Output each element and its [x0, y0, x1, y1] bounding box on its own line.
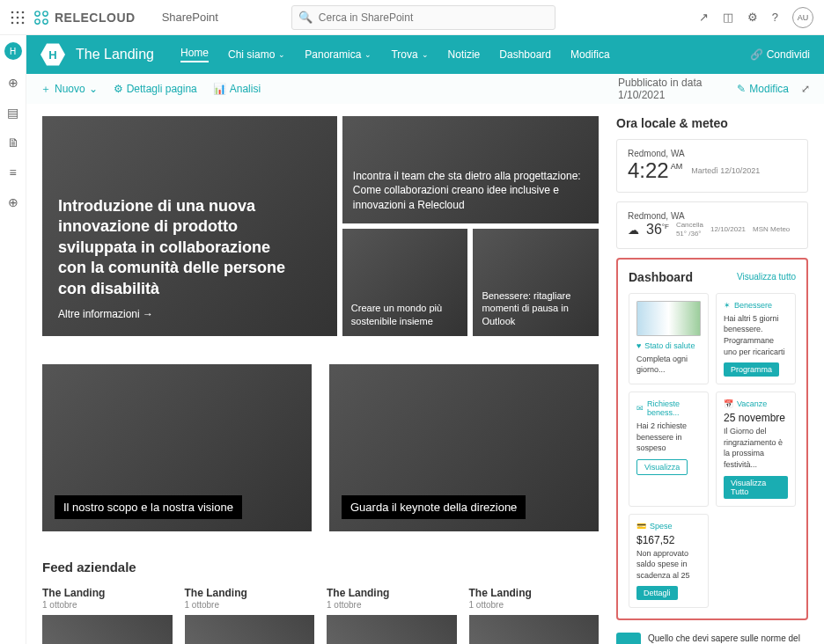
expand-icon[interactable]: ⤢	[801, 83, 810, 95]
feature-card-vision[interactable]: Il nostro scopo e la nostra visione	[42, 364, 312, 531]
rail-add-icon[interactable]: ⊕	[8, 195, 18, 209]
nav-about[interactable]: Chi siamo⌄	[228, 47, 285, 62]
feed-heading: Feed aziendale	[42, 560, 599, 574]
nav-overview[interactable]: Panoramica⌄	[305, 47, 372, 62]
rail-home-icon[interactable]: H	[4, 42, 22, 60]
cmd-edit[interactable]: ✎ Modifica	[737, 83, 789, 95]
info-illustration-icon	[616, 633, 641, 644]
weather-card: Redmond, WA ☁ 36°F Cancella 51° /36° 12/…	[616, 201, 808, 249]
feed-card[interactable]: The Landing1 ottobre	[42, 587, 173, 644]
chevron-down-icon: ⌄	[364, 50, 372, 59]
svg-point-2	[22, 11, 25, 13]
time-card: Redmond, WA 4:22AM Martedì 12/10/2021	[616, 139, 808, 193]
details-button[interactable]: Dettagli	[636, 586, 678, 600]
calendar-icon: 📅	[724, 399, 733, 408]
user-avatar[interactable]: AU	[792, 7, 813, 28]
badge-icon: ✶	[724, 301, 731, 310]
brand-logo: RELECLOUD	[33, 10, 136, 26]
svg-point-10	[43, 11, 48, 15]
share-button[interactable]: 🔗 Condividi	[750, 48, 810, 61]
rail-file-icon[interactable]: 🗎	[7, 135, 19, 150]
svg-point-9	[35, 11, 40, 15]
feed-card[interactable]: The Landing1 ottobre	[185, 587, 315, 644]
weather-heading: Ora locale & meteo	[616, 116, 808, 130]
svg-point-12	[43, 18, 48, 23]
cmd-page-details[interactable]: ⚙ Dettagli pagina	[114, 83, 197, 95]
chevron-down-icon: ⌄	[278, 50, 285, 59]
feed-card[interactable]: The Landing1 ottobre	[327, 587, 457, 644]
svg-point-11	[35, 18, 40, 23]
dash-card-requests[interactable]: ✉Richieste beness... Hai 2 richieste ben…	[629, 392, 709, 506]
site-title: The Landing	[76, 47, 154, 62]
dashboard-viewall-link[interactable]: Visualizza tutto	[737, 272, 796, 282]
svg-point-7	[17, 21, 19, 24]
nav-dashboard[interactable]: Dashboard	[499, 47, 551, 62]
feed-card[interactable]: The Landing1 ottobre	[469, 587, 600, 644]
hero-more-link[interactable]: Altre informazioni →	[58, 308, 321, 320]
nav-edit[interactable]: Modifica	[570, 47, 610, 62]
published-date: Pubblicato in data 1/10/2021	[618, 77, 725, 101]
svg-point-8	[22, 21, 25, 24]
nav-home[interactable]: Home	[180, 47, 209, 62]
credit-card-icon: 💳	[636, 522, 646, 531]
svg-point-5	[22, 16, 25, 18]
covid-banner[interactable]: Quello che devi sapere sulle norme del p…	[616, 633, 808, 644]
hero-small-card-1[interactable]: Creare un mondo più sostenibile insieme	[342, 229, 468, 336]
rail-globe-icon[interactable]: ⊕	[8, 76, 18, 90]
share-icon[interactable]: ↗	[699, 11, 709, 24]
dashboard-widget: Dashboard Visualizza tutto ♥Stato di sal…	[616, 258, 808, 621]
rail-list-icon[interactable]: ≡	[9, 165, 16, 179]
schedule-button[interactable]: Programma	[724, 362, 779, 377]
help-icon[interactable]: ?	[772, 11, 778, 24]
dash-card-vacation[interactable]: 📅Vacanze 25 novembre Il Giorno del ringr…	[716, 392, 796, 506]
hero-small-card-2[interactable]: Benessere: ritagliare momenti di pausa i…	[473, 229, 599, 336]
view-button[interactable]: Visualizza	[636, 459, 688, 475]
rail-news-icon[interactable]: ▤	[7, 106, 18, 120]
app-name: SharePoint	[162, 11, 218, 24]
mail-icon: ✉	[636, 404, 644, 413]
hero-wide-card[interactable]: Incontra il team che sta dietro alla pro…	[342, 116, 599, 223]
app-launcher-icon[interactable]	[11, 11, 25, 25]
hero-main-card[interactable]: Introduzione di una nuova innovazione di…	[42, 116, 337, 336]
svg-point-4	[17, 16, 19, 18]
dashboard-title: Dashboard	[629, 270, 693, 284]
svg-point-0	[11, 11, 14, 13]
feature-card-keynote[interactable]: Guarda il keynote della direzione	[329, 364, 599, 531]
search-input[interactable]	[291, 5, 555, 30]
dash-card-health[interactable]: ♥Stato di salute Completa ogni giorno...	[629, 293, 709, 384]
dash-card-expenses[interactable]: 💳Spese $167,52 Non approvato saldo spese…	[629, 514, 709, 609]
hero-main-title: Introduzione di una nuova innovazione di…	[58, 196, 295, 299]
dash-card-wellness[interactable]: ✶Benessere Hai altri 5 giorni benessere.…	[716, 293, 796, 384]
megaphone-icon[interactable]: ◫	[723, 11, 733, 24]
heart-icon: ♥	[636, 341, 641, 350]
view-all-button[interactable]: Visualizza Tutto	[724, 476, 788, 499]
svg-point-3	[11, 16, 14, 18]
nav-find[interactable]: Trova⌄	[391, 47, 428, 62]
nav-news[interactable]: Notizie	[448, 47, 481, 62]
cloud-icon: ☁	[628, 223, 639, 237]
search-icon: 🔍	[298, 11, 313, 24]
chevron-down-icon: ⌄	[422, 50, 429, 59]
cmd-new[interactable]: ＋ Nuovo ⌄	[40, 82, 98, 97]
svg-point-1	[17, 11, 19, 13]
cmd-analytics[interactable]: 📊 Analisi	[213, 83, 261, 95]
site-logo[interactable]: H	[40, 42, 65, 67]
svg-point-6	[11, 21, 14, 24]
settings-icon[interactable]: ⚙	[747, 11, 758, 24]
